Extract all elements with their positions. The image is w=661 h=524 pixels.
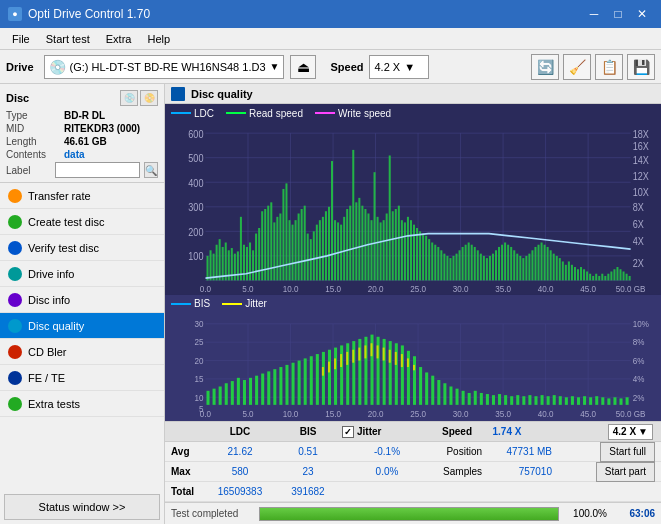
menu-help[interactable]: Help [139,31,178,47]
start-full-button[interactable]: Start full [600,442,655,462]
menu-file[interactable]: File [4,31,38,47]
nav-cd-bler[interactable]: CD Bler [0,339,164,365]
jitter-legend-color [222,303,242,305]
svg-text:10: 10 [194,392,203,402]
svg-rect-21 [219,239,221,280]
nav-disc-quality[interactable]: Disc quality [0,313,164,339]
nav-drive-info[interactable]: Drive info [0,261,164,287]
svg-rect-199 [213,389,216,405]
svg-rect-79 [395,209,397,280]
svg-rect-241 [468,393,471,405]
disc-label-input[interactable] [55,162,140,178]
avg-label: Avg [171,446,206,457]
svg-rect-209 [273,369,276,405]
svg-text:600: 600 [188,128,203,140]
stats-header-row: LDC BIS ✓ Jitter Speed 1.74 X 4.2 X ▼ [165,422,661,442]
svg-text:4X: 4X [633,235,645,247]
disc-quality-icon [8,319,22,333]
svg-rect-207 [261,373,264,404]
disc-length-key: Length [6,136,64,147]
disc-contents-key: Contents [6,149,64,160]
speed-select-box[interactable]: 4.2 X ▼ [608,424,653,440]
svg-rect-239 [456,389,459,405]
close-button[interactable]: ✕ [631,4,653,24]
nav-fe-te-label: FE / TE [28,372,65,384]
svg-rect-281 [401,354,403,367]
nav-fe-te[interactable]: FE / TE [0,365,164,391]
avg-row: Avg 21.62 0.51 -0.1% Position 47731 MB S… [165,442,661,462]
speed-label: Speed [330,61,363,73]
drive-name: (G:) HL-DT-ST BD-RE WH16NS48 1.D3 [70,61,266,73]
svg-rect-133 [559,258,561,280]
disc-contents-row: Contents data [6,149,158,160]
svg-rect-58 [331,161,333,280]
svg-rect-110 [489,256,491,281]
disc-icon-2[interactable]: 📀 [140,90,158,106]
svg-rect-70 [367,213,369,280]
menu-start-test[interactable]: Start test [38,31,98,47]
svg-rect-142 [586,271,588,280]
svg-rect-44 [288,220,290,280]
jitter-checkbox[interactable]: ✓ [342,426,354,438]
svg-rect-85 [413,225,415,281]
svg-rect-42 [282,189,284,280]
svg-text:200: 200 [188,226,203,238]
svg-rect-137 [571,265,573,281]
svg-rect-249 [516,395,519,405]
disc-label-btn[interactable]: 🔍 [144,162,158,178]
svg-rect-255 [553,395,556,405]
nav-extra-tests[interactable]: Extra tests [0,391,164,417]
svg-rect-111 [492,254,494,281]
svg-rect-95 [443,254,445,281]
disc-icon-1[interactable]: 💿 [120,90,138,106]
svg-rect-82 [404,222,406,280]
speed-select-val: 4.2 X [613,426,636,437]
progress-fill [260,508,558,520]
svg-rect-109 [486,258,488,280]
speed-value: 4.2 X [374,61,400,73]
speed-val: 1.74 X [482,426,532,437]
nav-transfer-rate[interactable]: Transfer rate [0,183,164,209]
eject-button[interactable]: ⏏ [290,55,316,79]
menubar: File Start test Extra Help [0,28,661,50]
svg-rect-276 [370,343,372,356]
svg-rect-62 [343,217,345,281]
speed-arrow: ▼ [404,61,415,73]
svg-text:25: 25 [194,337,203,347]
svg-rect-34 [258,228,260,280]
status-window-button[interactable]: Status window >> [4,494,160,520]
nav-create-test-disc[interactable]: Create test disc [0,209,164,235]
svg-rect-274 [358,348,360,361]
drive-selector[interactable]: 💿 (G:) HL-DT-ST BD-RE WH16NS48 1.D3 ▼ [44,55,285,79]
refresh-button[interactable]: 🔄 [531,54,559,80]
save-button[interactable]: 💾 [627,54,655,80]
disc-type-val: BD-R DL [64,110,105,121]
minimize-button[interactable]: ─ [583,4,605,24]
svg-rect-216 [316,354,319,405]
svg-rect-120 [519,256,521,281]
svg-rect-134 [562,261,564,280]
copy-button[interactable]: 📋 [595,54,623,80]
svg-rect-59 [334,220,336,280]
nav-verify-test-disc[interactable]: Verify test disc [0,235,164,261]
erase-button[interactable]: 🧹 [563,54,591,80]
svg-rect-267 [626,397,629,405]
menu-extra[interactable]: Extra [98,31,140,47]
nav-disc-info[interactable]: Disc info [0,287,164,313]
read-legend-label: Read speed [249,108,303,119]
ldc-legend-label: LDC [194,108,214,119]
svg-text:25.0: 25.0 [410,283,426,293]
samples-label: Samples [432,466,482,477]
start-part-button[interactable]: Start part [596,462,655,482]
bis-legend-color [171,303,191,305]
svg-rect-94 [440,250,442,280]
svg-text:20.0: 20.0 [368,283,384,293]
speed-selector[interactable]: 4.2 X ▼ [369,55,429,79]
svg-rect-279 [389,350,391,363]
maximize-button[interactable]: □ [607,4,629,24]
svg-text:5.0: 5.0 [242,283,254,293]
svg-rect-96 [446,256,448,281]
read-legend-color [226,112,246,114]
svg-rect-29 [243,245,245,281]
svg-text:400: 400 [188,177,203,189]
